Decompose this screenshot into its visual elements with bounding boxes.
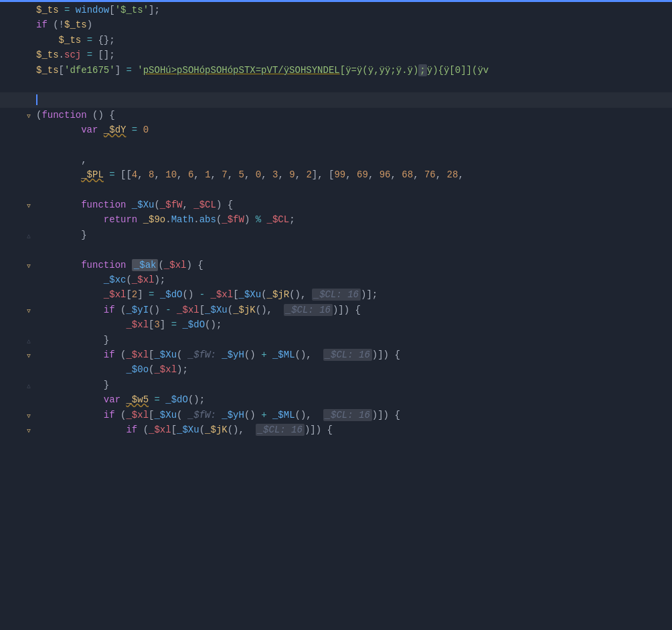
line-content: _$xl[2] = _$dO() - _$xl[_$Xu(_$jR(), _$C… xyxy=(33,287,672,302)
code-line: $_ts['dfe1675'] = 'pSOHú>pSOHópSOHópSTX=… xyxy=(0,63,672,78)
code-line: _$0o(_$xl); xyxy=(0,362,672,377)
line-content: if (_$xl[_$Xu( _$fW: _$yH() + _$ML(), _$… xyxy=(33,347,672,362)
line-content: if (!$_ts) xyxy=(33,17,672,32)
code-line xyxy=(0,242,672,257)
line-content: if (_$xl[_$Xu(_$jK(), _$CL: 16)]) { xyxy=(33,422,672,437)
code-line: ▽ if (_$xl[_$Xu(_$jK(), _$CL: 16)]) { xyxy=(0,422,672,437)
code-line: , xyxy=(0,153,672,167)
line-content xyxy=(33,92,672,107)
code-line xyxy=(0,78,672,92)
line-content: function _$ak(_$xl) { xyxy=(33,258,672,272)
code-editor: $_ts = window['$_ts']; if (!$_ts) $_ts =… xyxy=(0,0,672,630)
code-line xyxy=(0,183,672,198)
line-content: $_ts = {}; xyxy=(33,33,672,48)
line-content: _$xl[3] = _$dO(); xyxy=(33,317,672,332)
code-line: ▽ (function () { xyxy=(0,108,672,123)
fold-gutter xyxy=(24,363,33,372)
fold-gutter xyxy=(24,153,33,163)
fold-gutter[interactable]: ▽ xyxy=(24,112,33,121)
line-content: $_ts = window['$_ts']; xyxy=(33,3,672,17)
code-line: if (!$_ts) xyxy=(0,17,672,32)
line-content: function _$Xu(_$fW, _$CL) { xyxy=(33,198,672,212)
line-content: return _$9o.Math.abs(_$fW) % _$CL; xyxy=(33,212,672,227)
line-content: if (_$xl[_$Xu( _$fW: _$yH() + _$ML(), _$… xyxy=(33,408,672,422)
code-area[interactable]: $_ts = window['$_ts']; if (!$_ts) $_ts =… xyxy=(0,0,672,630)
fold-gutter xyxy=(24,318,33,327)
line-content: (function () { xyxy=(33,108,672,123)
code-line: △ } xyxy=(0,228,672,242)
fold-gutter xyxy=(24,123,33,133)
code-line: var _$dY = 0 xyxy=(0,123,672,137)
fold-gutter xyxy=(24,48,33,58)
fold-gutter[interactable]: ▽ xyxy=(24,412,33,421)
code-line: _$xl[2] = _$dO() - _$xl[_$Xu(_$jR(), _$C… xyxy=(0,287,672,302)
line-content xyxy=(33,183,672,198)
code-line: △ } xyxy=(0,333,672,347)
line-content: var _$dY = 0 xyxy=(33,123,672,137)
fold-gutter[interactable]: ▽ xyxy=(24,307,33,316)
fold-gutter[interactable]: ▽ xyxy=(24,262,33,271)
fold-gutter xyxy=(24,18,33,27)
fold-gutter xyxy=(24,168,33,177)
fold-gutter[interactable]: ▽ xyxy=(24,202,33,211)
fold-gutter[interactable]: △ xyxy=(24,232,33,241)
code-line xyxy=(0,92,672,107)
code-line: ▽ if (_$yI() - _$xl[_$Xu(_$jK(), _$CL: 1… xyxy=(0,303,672,317)
code-line: $_ts = window['$_ts']; xyxy=(0,3,672,17)
code-line: _$PL = [[4, 8, 10, 6, 1, 7, 5, 0, 3, 9, … xyxy=(0,167,672,182)
fold-gutter xyxy=(24,139,33,148)
fold-gutter xyxy=(24,273,33,283)
fold-gutter xyxy=(24,288,33,297)
code-line: ▽ if (_$xl[_$Xu( _$fW: _$yH() + _$ML(), … xyxy=(0,408,672,422)
code-line: var _$w5 = _$dO(); xyxy=(0,392,672,407)
fold-gutter xyxy=(24,64,33,73)
line-content: if (_$yI() - _$xl[_$Xu(_$jK(), _$CL: 16)… xyxy=(33,303,672,317)
top-bar xyxy=(0,0,672,2)
line-content: } xyxy=(33,378,672,392)
fold-gutter xyxy=(24,78,33,88)
line-content: , xyxy=(33,153,672,167)
line-content xyxy=(33,78,672,92)
line-content: _$0o(_$xl); xyxy=(33,362,672,377)
fold-gutter[interactable]: △ xyxy=(24,382,33,391)
line-content: var _$w5 = _$dO(); xyxy=(33,392,672,407)
line-content: } xyxy=(33,228,672,242)
line-content: } xyxy=(33,333,672,347)
code-line: _$xl[3] = _$dO(); xyxy=(0,317,672,332)
fold-gutter xyxy=(24,243,33,252)
fold-gutter[interactable]: ▽ xyxy=(24,426,33,436)
fold-gutter xyxy=(24,3,33,13)
line-content: _$xc(_$xl); xyxy=(33,272,672,287)
code-line: ▽ function _$Xu(_$fW, _$CL) { xyxy=(0,198,672,212)
fold-gutter xyxy=(24,93,33,102)
code-line: ▽ if (_$xl[_$Xu( _$fW: _$yH() + _$ML(), … xyxy=(0,347,672,362)
code-line xyxy=(0,138,672,153)
code-line: return _$9o.Math.abs(_$fW) % _$CL; xyxy=(0,212,672,227)
fold-gutter xyxy=(24,213,33,222)
line-content: $_ts.scj = []; xyxy=(33,48,672,62)
fold-gutter[interactable]: ▽ xyxy=(24,351,33,361)
code-line: _$xc(_$xl); xyxy=(0,272,672,287)
fold-gutter xyxy=(24,393,33,402)
code-line: △ } xyxy=(0,378,672,392)
code-line: ▽ function _$ak(_$xl) { xyxy=(0,258,672,272)
code-line: $_ts = {}; xyxy=(0,33,672,48)
code-line: $_ts.scj = []; xyxy=(0,48,672,62)
line-content xyxy=(33,242,672,257)
fold-gutter[interactable]: △ xyxy=(24,337,33,346)
line-content: $_ts['dfe1675'] = 'pSOHú>pSOHópSOHópSTX=… xyxy=(33,63,672,78)
fold-gutter xyxy=(24,33,33,43)
fold-gutter xyxy=(24,183,33,193)
line-content xyxy=(33,138,672,153)
line-content: _$PL = [[4, 8, 10, 6, 1, 7, 5, 0, 3, 9, … xyxy=(33,167,672,182)
